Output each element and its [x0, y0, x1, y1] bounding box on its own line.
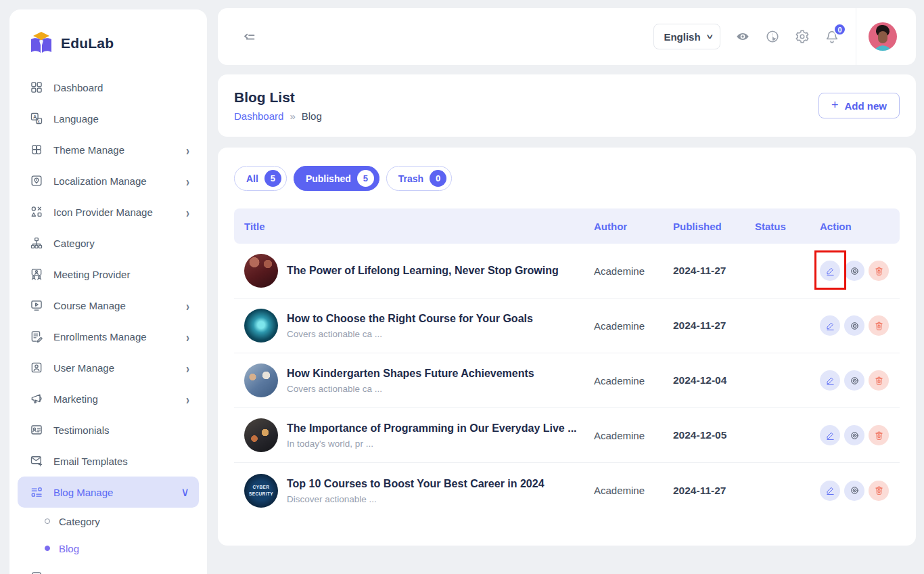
language-icon: Ax	[30, 112, 43, 125]
sidebar-item-category[interactable]: Category	[9, 227, 207, 259]
view-eye-icon	[850, 430, 860, 441]
column-header-status: Status	[755, 221, 820, 232]
row-excerpt: Discover actionable ...	[287, 494, 545, 504]
breadcrumb-current: Blog	[302, 110, 322, 122]
filter-tab-trash[interactable]: Trash0	[386, 166, 452, 191]
filter-count-badge: 5	[357, 170, 374, 187]
sidebar-item-icon-provider-manage[interactable]: Icon Provider Manage›	[9, 196, 207, 227]
edit-button[interactable]	[820, 261, 840, 281]
toggle-knob	[739, 327, 754, 342]
sidebar-item-theme-manage[interactable]: Theme Manage›	[9, 134, 207, 165]
bullet-icon	[45, 546, 50, 551]
sidebar-subitem-blog[interactable]: Blog	[9, 535, 207, 562]
thumbnail-text: CYBER SECURITY	[244, 484, 278, 498]
toggle-knob	[739, 492, 754, 507]
blog-title-link[interactable]: The Power of Lifelong Learning, Never St…	[287, 264, 559, 278]
view-button[interactable]	[844, 261, 864, 281]
view-button[interactable]	[844, 481, 864, 501]
user-avatar[interactable]	[869, 22, 897, 51]
row-excerpt: Covers actionable ca ...	[287, 384, 534, 394]
sidebar-subitem-category[interactable]: Category	[9, 508, 207, 535]
delete-trash-icon	[874, 321, 884, 331]
view-eye-icon	[850, 321, 860, 331]
brand-name: EduLab	[61, 35, 114, 51]
table-row: The Power of Lifelong Learning, Never St…	[234, 244, 900, 299]
blog-title-link[interactable]: The Importance of Programming in Our Eve…	[287, 422, 577, 435]
icon-provider-icon	[30, 205, 43, 219]
filter-label: Trash	[398, 173, 423, 184]
topbar: English ˅ 0	[218, 8, 916, 65]
sidebar-subitem-label: Blog	[59, 543, 79, 554]
chevron-right-icon: ›	[186, 329, 189, 344]
blog-title-link[interactable]: How to Choose the Right Course for Your …	[287, 312, 533, 326]
sidebar-item-contacts[interactable]: Contacts	[9, 562, 207, 574]
sidebar-item-testimonials[interactable]: Testimonials	[9, 414, 207, 445]
sidebar-item-marketing[interactable]: Marketing›	[9, 383, 207, 414]
sidebar-item-blog-manage[interactable]: Blog Manage˅	[18, 477, 199, 508]
author-cell: Academine	[594, 485, 673, 496]
toggle-knob	[739, 272, 754, 287]
column-header-author: Author	[594, 221, 673, 232]
enrollments-doc-icon	[30, 330, 43, 343]
delete-button[interactable]	[869, 315, 889, 336]
add-new-button[interactable]: + Add new	[818, 93, 900, 118]
sidebar-item-label: Email Templates	[53, 456, 128, 467]
settings-gear-icon[interactable]	[795, 29, 810, 44]
sidebar-subitem-label: Category	[59, 516, 100, 527]
edit-button[interactable]	[820, 481, 840, 501]
edit-pencil-icon	[825, 485, 835, 495]
sidebar-item-language[interactable]: AxLanguage	[9, 103, 207, 134]
delete-button[interactable]	[869, 481, 889, 501]
edit-button[interactable]	[820, 425, 840, 445]
column-header-published: Published	[673, 221, 755, 232]
language-selector[interactable]: English ˅	[653, 24, 720, 49]
view-button[interactable]	[844, 315, 864, 336]
plus-icon: +	[831, 98, 839, 112]
edit-button[interactable]	[820, 370, 840, 391]
sidebar-item-label: User Manage	[53, 362, 114, 374]
sidebar-item-dashboard[interactable]: Dashboard	[9, 72, 207, 103]
sidebar-item-label: Course Manage	[53, 300, 126, 311]
sidebar-item-label: Localization Manage	[53, 175, 147, 187]
eye-preview-icon[interactable]	[735, 29, 750, 44]
filter-tab-all[interactable]: All5	[234, 166, 287, 191]
table-header-row: TitleAuthorPublishedStatusAction	[234, 208, 900, 244]
dark-mode-icon[interactable]	[765, 29, 780, 44]
collapse-sidebar-icon[interactable]	[242, 29, 257, 44]
edit-button[interactable]	[820, 315, 840, 336]
blog-manage-icon	[30, 485, 43, 499]
view-button[interactable]	[844, 370, 864, 391]
notification-bell-icon[interactable]: 0	[825, 29, 839, 44]
edit-pencil-icon	[825, 266, 835, 276]
sidebar-item-user-manage[interactable]: User Manage›	[9, 352, 207, 383]
blog-title-link[interactable]: How Kindergarten Shapes Future Achieveme…	[287, 367, 534, 380]
status-filters: All5Published5Trash0	[234, 166, 900, 191]
row-excerpt: In today's world, pr ...	[287, 439, 577, 449]
sidebar-item-email-templates[interactable]: Email Templates	[9, 445, 207, 477]
delete-button[interactable]	[869, 370, 889, 391]
filter-tab-published[interactable]: Published5	[294, 166, 379, 191]
delete-trash-icon	[874, 430, 884, 441]
view-eye-icon	[850, 376, 860, 386]
chevron-down-icon: ˅	[706, 32, 712, 41]
brand-logo[interactable]: EduLab	[9, 9, 207, 69]
toggle-knob	[739, 437, 754, 451]
author-cell: Academine	[594, 265, 673, 277]
view-eye-icon	[850, 485, 860, 495]
sidebar-item-label: Icon Provider Manage	[53, 206, 153, 218]
sidebar-item-label: Testimonials	[53, 424, 110, 436]
view-button[interactable]	[844, 425, 864, 445]
delete-button[interactable]	[869, 425, 889, 445]
view-eye-icon	[850, 266, 860, 276]
edit-pencil-icon	[825, 430, 835, 441]
breadcrumb-dashboard-link[interactable]: Dashboard	[234, 110, 283, 122]
sidebar-item-course-manage[interactable]: Course Manage›	[9, 290, 207, 321]
graduation-photo	[244, 254, 278, 288]
blog-title-link[interactable]: Top 10 Courses to Boost Your Best Career…	[287, 477, 545, 491]
notification-count-badge: 0	[833, 23, 846, 36]
sidebar-item-localization-manage[interactable]: Localization Manage›	[9, 165, 207, 196]
column-header-title: Title	[244, 221, 594, 232]
sidebar-item-enrollments-manage[interactable]: Enrollments Manage›	[9, 321, 207, 352]
delete-button[interactable]	[869, 261, 889, 281]
sidebar-item-meeting-provider[interactable]: Meeting Provider	[9, 259, 207, 290]
